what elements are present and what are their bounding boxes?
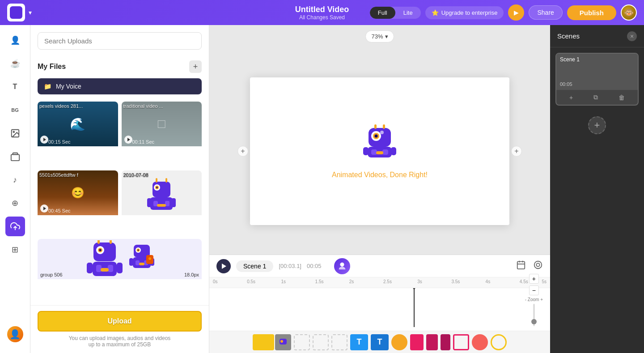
enterprise-star-icon: ⭐ [432,9,439,16]
svg-rect-11 [157,204,166,207]
svg-rect-22 [108,265,113,272]
scene-delete-action[interactable]: 🗑 [615,93,628,102]
topbar-title-group: Untitled Video All Changes Saved [295,5,349,21]
add-file-button[interactable]: + [189,60,202,73]
save-status: All Changes Saved [295,14,349,21]
robot-character [144,173,179,213]
sidebar-character-btn[interactable]: ☕ [5,54,25,73]
media-item-group506[interactable]: group 506 18.0px [38,239,202,300]
media-play-pexels[interactable] [40,136,48,144]
timeline-playhead[interactable] [414,288,415,327]
media-item-pexels[interactable]: 🌊 pexels videos 281... 00:15 Sec [38,102,118,167]
svg-rect-21 [96,265,102,272]
zoom-badge[interactable]: 73% ▾ [365,30,394,43]
zoom-slider[interactable] [533,304,535,326]
sidebar-music-btn[interactable]: ♪ [5,170,25,190]
ruler-mark-25: 2.5s [383,279,392,284]
scene-card-1[interactable]: Scene 1 00:05 + ⧉ 🗑 [555,53,639,106]
scene-add-action[interactable]: + [566,93,576,102]
publish-button[interactable]: Publish [567,5,616,20]
ruler-mark-15: 1.5s [315,279,324,284]
sidebar-grid-btn[interactable]: ⊞ [5,240,25,259]
tl-shape-red-circle[interactable] [472,334,488,350]
svg-point-58 [536,263,539,266]
media-item-robot[interactable]: 2010-07-08 [122,170,202,236]
group506-size: 18.0px [184,272,199,277]
share-button[interactable]: Share [529,5,562,20]
full-toggle[interactable]: Full [370,7,395,19]
tl-shape-text-blue2[interactable]: T [371,334,389,350]
preview-play-button[interactable]: ▶ [508,4,524,21]
tl-shape-circle-orange[interactable] [391,334,407,350]
upload-bottom: Upload You can upload images, audios and… [30,305,209,353]
svg-rect-47 [382,149,388,155]
lite-toggle[interactable]: Lite [395,7,421,19]
canvas-main: + + [209,47,550,255]
zoom-in-button[interactable]: + [529,274,539,284]
zoom-out-button[interactable]: − [529,285,539,295]
timeline-calendar-icon[interactable] [516,260,526,272]
tl-shape-robot-thumb[interactable] [275,334,291,350]
tl-shape-text-blue[interactable]: T [350,334,368,350]
tl-shape-dot2[interactable] [313,334,329,350]
timeline-camera-icon[interactable] [533,260,543,272]
timeline-character-avatar[interactable] [334,258,350,274]
svg-rect-24 [87,263,93,273]
zoom-label: - Zoom + [525,297,543,302]
sidebar-extra-btn[interactable]: ⊕ [5,193,25,213]
ruler-mark-35: 3.5s [451,279,460,284]
scene-name-tag[interactable]: Scene 1 [236,260,273,272]
search-input[interactable] [38,32,202,50]
canvas-add-left-btn[interactable]: + [237,146,248,157]
search-area [30,25,209,57]
tl-shape-yellow[interactable] [253,334,274,350]
my-voice-button[interactable]: 📁 My Voice [38,78,202,94]
user-avatar-top[interactable]: 🐵 [621,4,637,21]
tl-shape-pink-outline[interactable] [453,334,469,350]
scene-preview-1: Scene 1 00:05 [556,54,638,89]
tl-shape-pink2[interactable] [426,334,438,350]
enterprise-label: Upgrade to enterprise [441,9,498,16]
logo-caret[interactable]: ▾ [29,9,32,16]
media-play-traditional[interactable] [124,136,132,144]
sidebar-upload-btn[interactable] [5,217,25,236]
upload-main-button[interactable]: Upload [38,311,202,332]
sidebar-image-btn[interactable] [5,123,25,143]
media-play-5501[interactable] [40,204,48,213]
tl-shape-pink1[interactable] [410,334,424,350]
media-label-5501: 5501s505ettdftw f [39,172,78,178]
media-item-traditional[interactable]: □ traditional video ... 00:11 Sec [122,102,202,167]
tl-shape-pink3[interactable] [441,334,450,350]
group506-label: group 506 [40,272,63,277]
media-item-5501[interactable]: 😊 5501s505ettdftw f 00:45 Sec [38,170,118,236]
ruler-mark-0: 0s [213,279,218,284]
svg-rect-51 [374,124,377,129]
tl-shape-yellow-circle-outline[interactable] [491,334,507,350]
sidebar-text-btn[interactable]: T [5,77,25,97]
svg-rect-50 [391,147,396,155]
tl-shape-dot3[interactable] [331,334,347,350]
canvas-mascot-svg [362,123,398,159]
logo-inner [10,6,22,19]
canvas-tagline: Animated Videos, Done Right! [332,171,428,179]
scene-card-label-1: Scene 1 [560,56,580,63]
svg-rect-12 [147,198,152,207]
svg-rect-33 [136,260,140,265]
enterprise-button[interactable]: ⭐ Upgrade to enterprise [425,6,504,19]
tl-shape-dot1[interactable] [294,334,310,350]
icon-sidebar: 👤 ☕ T BG ♪ ⊕ ⊞ 👤 [0,25,30,353]
zoom-level: 73% [371,33,383,40]
scenes-close-button[interactable]: × [627,31,637,41]
topbar-right: Full Lite ⭐ Upgrade to enterprise ▶ Shar… [370,4,637,21]
playhead-arrow [411,288,418,290]
scene-play-button[interactable] [216,259,231,273]
svg-rect-46 [371,149,377,155]
sidebar-avatar[interactable]: 👤 [7,326,23,342]
sidebar-profile-btn[interactable]: 👤 [5,30,25,50]
my-files-label: My Files [38,63,66,71]
canvas-add-right-btn[interactable]: + [511,146,522,157]
sidebar-bg-btn[interactable]: BG [5,100,25,120]
scene-duplicate-action[interactable]: ⧉ [590,93,602,102]
sidebar-scenes-btn[interactable] [5,147,25,166]
add-scene-button[interactable]: + [588,116,606,134]
